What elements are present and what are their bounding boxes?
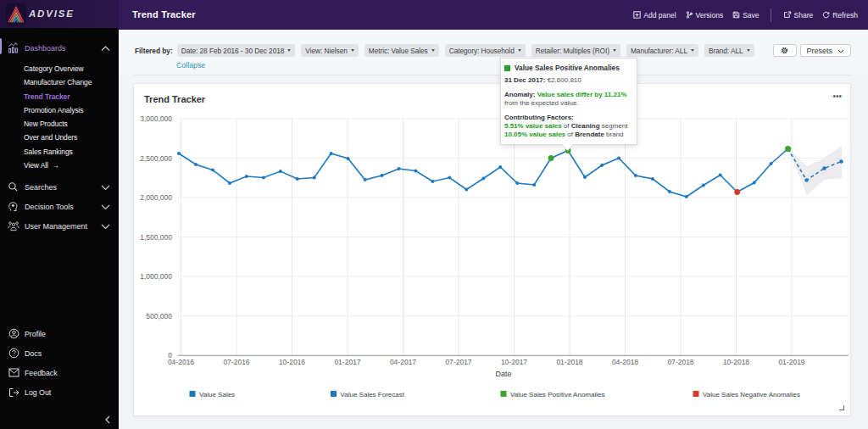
svg-text:04-2018: 04-2018	[612, 358, 638, 366]
svg-text:Value Sales Negative Anomalies: Value Sales Negative Anomalies	[703, 391, 800, 398]
svg-text:04-2017: 04-2017	[390, 358, 416, 366]
svg-text:Value Sales Forecast: Value Sales Forecast	[341, 391, 405, 398]
svg-text:01-2017: 01-2017	[334, 358, 360, 366]
svg-text:500,000: 500,000	[146, 312, 172, 320]
svg-text:07-2018: 07-2018	[667, 358, 693, 366]
svg-text:01-2018: 01-2018	[556, 358, 582, 366]
svg-text:10-2016: 10-2016	[279, 358, 305, 366]
svg-text:3,000,000: 3,000,000	[140, 114, 172, 123]
svg-text:10-2018: 10-2018	[723, 358, 749, 366]
svg-text:Value Sales Positive Anomalies: Value Sales Positive Anomalies	[510, 391, 604, 398]
svg-text:04-2016: 04-2016	[168, 358, 194, 366]
svg-text:Date: Date	[495, 370, 511, 378]
svg-text:01-2019: 01-2019	[778, 358, 804, 366]
svg-text:07-2017: 07-2017	[445, 358, 471, 366]
svg-text:1,000,000: 1,000,000	[140, 272, 172, 281]
svg-text:Value Sales: Value Sales	[199, 391, 235, 398]
svg-text:2,000,000: 2,000,000	[140, 193, 172, 202]
svg-text:10-2017: 10-2017	[501, 358, 527, 366]
svg-text:1,500,000: 1,500,000	[140, 233, 172, 242]
svg-text:2,500,000: 2,500,000	[140, 154, 172, 163]
svg-text:07-2016: 07-2016	[223, 358, 249, 366]
